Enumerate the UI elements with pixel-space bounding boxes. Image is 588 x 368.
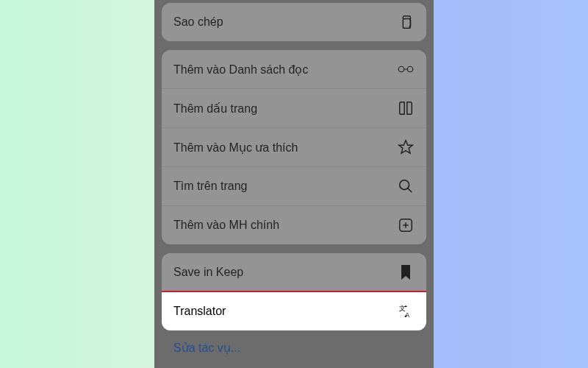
menu-group-2: Thêm vào Danh sách đọc Thêm dấu trang Th… <box>162 50 426 244</box>
menu-item-add-to-home[interactable]: Thêm vào MH chính <box>162 205 426 244</box>
svg-marker-3 <box>399 141 412 153</box>
translate-icon: 文 A <box>397 302 415 320</box>
menu-group-3: Save in Keep Translator 文 A <box>162 253 426 330</box>
menu-label-copy: Sao chép <box>173 15 223 29</box>
menu-label-translator: Translator <box>173 305 226 318</box>
menu-label-find-on-page: Tìm trên trang <box>173 180 247 193</box>
svg-line-5 <box>408 188 412 193</box>
menu-label-reading-list: Thêm vào Danh sách đọc <box>173 63 308 77</box>
menu-label-favorites: Thêm vào Mục ưa thích <box>173 141 298 155</box>
menu-item-find-on-page[interactable]: Tìm trên trang <box>162 166 426 205</box>
menu-item-save-in-keep[interactable]: Save in Keep <box>162 253 426 291</box>
menu-label-save-in-keep: Save in Keep <box>173 266 243 279</box>
svg-point-2 <box>407 66 413 72</box>
menu-label-add-to-home: Thêm vào MH chính <box>173 219 279 232</box>
glasses-icon <box>397 60 415 78</box>
search-icon <box>397 177 415 195</box>
bookmark-filled-icon <box>397 263 415 281</box>
book-icon <box>397 99 415 117</box>
svg-point-1 <box>398 66 404 72</box>
menu-item-copy[interactable]: Sao chép <box>162 3 426 41</box>
menu-item-translator[interactable]: Translator 文 A <box>162 291 426 330</box>
copy-icon <box>397 13 415 31</box>
svg-text:A: A <box>405 311 409 319</box>
menu-item-favorites[interactable]: Thêm vào Mục ưa thích <box>162 127 426 166</box>
share-sheet-panel: Sao chép Thêm vào Danh sách đọc Thêm dấ <box>154 0 434 368</box>
menu-item-reading-list[interactable]: Thêm vào Danh sách đọc <box>162 50 426 88</box>
plus-square-icon <box>397 216 415 234</box>
menu-item-bookmark[interactable]: Thêm dấu trang <box>162 88 426 127</box>
svg-point-4 <box>400 180 409 190</box>
edit-actions-link[interactable]: Sửa tác vụ... <box>162 330 426 365</box>
menu-label-bookmark: Thêm dấu trang <box>173 102 257 116</box>
menu-group-1: Sao chép <box>162 3 426 41</box>
star-icon <box>397 138 415 156</box>
edit-actions-label: Sửa tác vụ... <box>173 342 240 354</box>
